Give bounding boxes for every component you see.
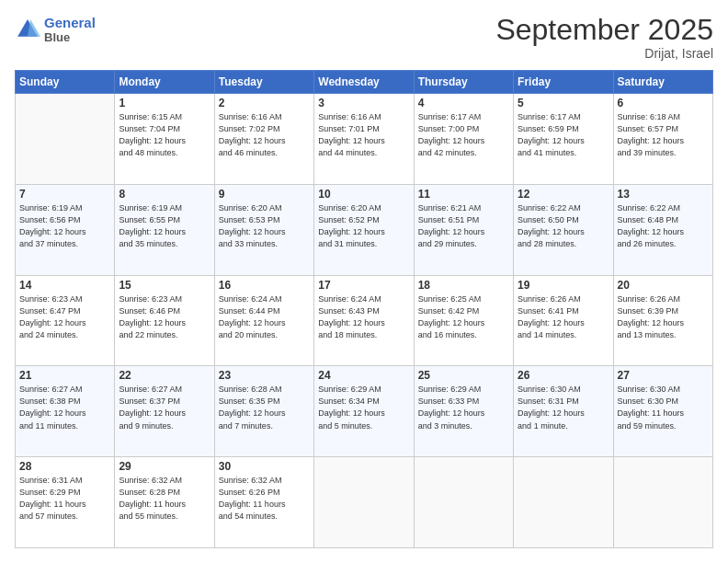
day-27: 27Sunrise: 6:30 AMSunset: 6:30 PMDayligh… <box>613 366 712 457</box>
day-info: Sunrise: 6:24 AMSunset: 6:43 PMDaylight:… <box>318 293 409 341</box>
day-10: 10Sunrise: 6:20 AMSunset: 6:52 PMDayligh… <box>314 184 414 275</box>
weekday-thursday: Thursday <box>414 71 513 94</box>
day-info: Sunrise: 6:24 AMSunset: 6:44 PMDaylight:… <box>219 293 310 341</box>
day-number: 11 <box>418 188 509 201</box>
day-4: 4Sunrise: 6:17 AMSunset: 7:00 PMDaylight… <box>414 94 513 185</box>
logo-text: General Blue <box>44 15 96 44</box>
day-info: Sunrise: 6:21 AMSunset: 6:51 PMDaylight:… <box>418 202 509 250</box>
weekday-monday: Monday <box>115 71 214 94</box>
day-info: Sunrise: 6:23 AMSunset: 6:46 PMDaylight:… <box>119 293 210 341</box>
weekday-header-row: SundayMondayTuesdayWednesdayThursdayFrid… <box>16 71 713 94</box>
day-23: 23Sunrise: 6:28 AMSunset: 6:35 PMDayligh… <box>214 366 313 457</box>
day-info: Sunrise: 6:16 AMSunset: 7:01 PMDaylight:… <box>318 111 409 159</box>
title-block: September 2025 Drijat, Israel <box>495 15 713 61</box>
calendar-body: 1Sunrise: 6:15 AMSunset: 7:04 PMDaylight… <box>16 94 713 548</box>
day-number: 6 <box>618 97 709 109</box>
location: Drijat, Israel <box>495 46 713 61</box>
day-29: 29Sunrise: 6:32 AMSunset: 6:28 PMDayligh… <box>115 457 214 548</box>
day-info: Sunrise: 6:29 AMSunset: 6:34 PMDaylight:… <box>318 384 409 431</box>
day-info: Sunrise: 6:16 AMSunset: 7:02 PMDaylight:… <box>219 111 310 159</box>
day-info: Sunrise: 6:19 AMSunset: 6:56 PMDaylight:… <box>19 202 110 250</box>
day-number: 18 <box>418 279 509 292</box>
day-number: 9 <box>219 188 310 201</box>
day-13: 13Sunrise: 6:22 AMSunset: 6:48 PMDayligh… <box>613 184 712 275</box>
day-7: 7Sunrise: 6:19 AMSunset: 6:56 PMDaylight… <box>16 184 115 275</box>
day-number: 15 <box>119 279 210 292</box>
day-19: 19Sunrise: 6:26 AMSunset: 6:41 PMDayligh… <box>514 275 613 366</box>
day-info: Sunrise: 6:30 AMSunset: 6:31 PMDaylight:… <box>518 384 609 431</box>
day-number: 20 <box>618 279 709 292</box>
day-number: 24 <box>318 369 409 382</box>
empty-cell <box>16 94 115 185</box>
day-number: 1 <box>119 97 210 109</box>
header: General Blue September 2025 Drijat, Isra… <box>15 15 713 61</box>
day-number: 14 <box>19 279 110 292</box>
weekday-friday: Friday <box>514 71 613 94</box>
day-number: 23 <box>219 369 310 382</box>
day-info: Sunrise: 6:28 AMSunset: 6:35 PMDaylight:… <box>219 384 310 431</box>
weekday-saturday: Saturday <box>613 71 712 94</box>
week-row-2: 7Sunrise: 6:19 AMSunset: 6:56 PMDaylight… <box>16 184 713 275</box>
calendar-table: SundayMondayTuesdayWednesdayThursdayFrid… <box>15 70 713 548</box>
week-row-3: 14Sunrise: 6:23 AMSunset: 6:47 PMDayligh… <box>16 275 713 366</box>
day-15: 15Sunrise: 6:23 AMSunset: 6:46 PMDayligh… <box>115 275 214 366</box>
weekday-sunday: Sunday <box>16 71 115 94</box>
day-info: Sunrise: 6:19 AMSunset: 6:55 PMDaylight:… <box>119 202 210 250</box>
day-number: 4 <box>418 97 509 109</box>
day-info: Sunrise: 6:30 AMSunset: 6:30 PMDaylight:… <box>618 384 709 431</box>
svg-marker-1 <box>28 19 40 37</box>
calendar-page: General Blue September 2025 Drijat, Isra… <box>0 0 728 563</box>
day-number: 5 <box>518 97 609 109</box>
day-info: Sunrise: 6:20 AMSunset: 6:52 PMDaylight:… <box>318 202 409 250</box>
day-number: 25 <box>418 369 509 382</box>
day-number: 17 <box>318 279 409 292</box>
logo-icon <box>15 17 40 42</box>
day-number: 2 <box>219 97 310 109</box>
empty-cell <box>414 457 513 548</box>
day-20: 20Sunrise: 6:26 AMSunset: 6:39 PMDayligh… <box>613 275 712 366</box>
day-number: 29 <box>119 460 210 473</box>
empty-cell <box>514 457 613 548</box>
day-number: 26 <box>518 369 609 382</box>
empty-cell <box>314 457 414 548</box>
day-info: Sunrise: 6:32 AMSunset: 6:28 PMDaylight:… <box>119 475 210 523</box>
day-info: Sunrise: 6:22 AMSunset: 6:48 PMDaylight:… <box>618 202 709 250</box>
day-22: 22Sunrise: 6:27 AMSunset: 6:37 PMDayligh… <box>115 366 214 457</box>
day-21: 21Sunrise: 6:27 AMSunset: 6:38 PMDayligh… <box>16 366 115 457</box>
day-info: Sunrise: 6:17 AMSunset: 7:00 PMDaylight:… <box>418 111 509 159</box>
day-info: Sunrise: 6:26 AMSunset: 6:41 PMDaylight:… <box>518 293 609 341</box>
day-24: 24Sunrise: 6:29 AMSunset: 6:34 PMDayligh… <box>314 366 414 457</box>
week-row-4: 21Sunrise: 6:27 AMSunset: 6:38 PMDayligh… <box>16 366 713 457</box>
day-12: 12Sunrise: 6:22 AMSunset: 6:50 PMDayligh… <box>514 184 613 275</box>
day-number: 28 <box>19 460 110 473</box>
day-number: 16 <box>219 279 310 292</box>
day-number: 21 <box>19 369 110 382</box>
day-number: 8 <box>119 188 210 201</box>
day-26: 26Sunrise: 6:30 AMSunset: 6:31 PMDayligh… <box>514 366 613 457</box>
day-1: 1Sunrise: 6:15 AMSunset: 7:04 PMDaylight… <box>115 94 214 185</box>
day-number: 27 <box>618 369 709 382</box>
day-30: 30Sunrise: 6:32 AMSunset: 6:26 PMDayligh… <box>214 457 313 548</box>
day-2: 2Sunrise: 6:16 AMSunset: 7:02 PMDaylight… <box>214 94 313 185</box>
day-number: 10 <box>318 188 409 201</box>
logo: General Blue <box>15 15 96 44</box>
day-number: 19 <box>518 279 609 292</box>
day-info: Sunrise: 6:20 AMSunset: 6:53 PMDaylight:… <box>219 202 310 250</box>
day-info: Sunrise: 6:15 AMSunset: 7:04 PMDaylight:… <box>119 111 210 159</box>
day-28: 28Sunrise: 6:31 AMSunset: 6:29 PMDayligh… <box>16 457 115 548</box>
day-16: 16Sunrise: 6:24 AMSunset: 6:44 PMDayligh… <box>214 275 313 366</box>
day-17: 17Sunrise: 6:24 AMSunset: 6:43 PMDayligh… <box>314 275 414 366</box>
week-row-5: 28Sunrise: 6:31 AMSunset: 6:29 PMDayligh… <box>16 457 713 548</box>
day-info: Sunrise: 6:23 AMSunset: 6:47 PMDaylight:… <box>19 293 110 341</box>
day-number: 22 <box>119 369 210 382</box>
day-5: 5Sunrise: 6:17 AMSunset: 6:59 PMDaylight… <box>514 94 613 185</box>
day-info: Sunrise: 6:26 AMSunset: 6:39 PMDaylight:… <box>618 293 709 341</box>
day-number: 13 <box>618 188 709 201</box>
weekday-wednesday: Wednesday <box>314 71 414 94</box>
day-25: 25Sunrise: 6:29 AMSunset: 6:33 PMDayligh… <box>414 366 513 457</box>
day-number: 30 <box>219 460 310 473</box>
day-info: Sunrise: 6:32 AMSunset: 6:26 PMDaylight:… <box>219 475 310 523</box>
day-3: 3Sunrise: 6:16 AMSunset: 7:01 PMDaylight… <box>314 94 414 185</box>
day-info: Sunrise: 6:27 AMSunset: 6:37 PMDaylight:… <box>119 384 210 431</box>
day-11: 11Sunrise: 6:21 AMSunset: 6:51 PMDayligh… <box>414 184 513 275</box>
